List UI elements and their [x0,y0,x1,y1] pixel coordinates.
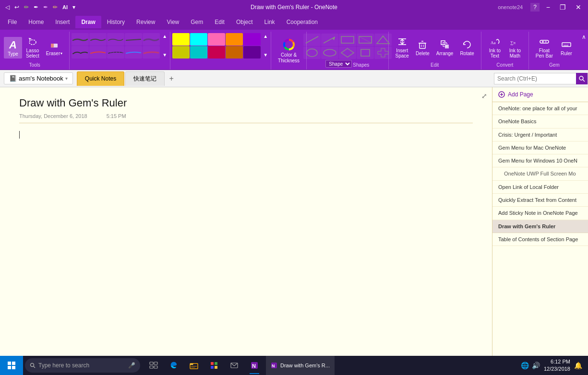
ruler-btn[interactable]: Ruler [557,37,576,58]
type-btn[interactable]: A Type [4,37,22,59]
pen-btn-3[interactable]: ✒ [42,3,49,12]
ink-to-math-btn[interactable]: ∑π Ink toMath [505,35,525,60]
section-tab-quick-notes[interactable]: Quick Notes [77,71,124,86]
page-item-toc[interactable]: Table of Contents of Section Page [492,233,588,246]
tab-object[interactable]: Object [230,16,259,28]
notebook-selector[interactable]: 📓 asm's Notebook ▾ [4,72,73,84]
highlight-7[interactable] [190,46,207,59]
tab-file[interactable]: File [2,16,23,28]
pen-scroll-down[interactable]: ▼ [161,51,168,59]
page-item-gem-win[interactable]: Gem Menu for Windows 10 OneN [492,154,588,167]
pen-stroke-2[interactable] [89,33,107,46]
shape-rect[interactable] [339,34,356,46]
tab-home[interactable]: Home [23,16,49,28]
pen-stroke-4[interactable] [125,33,142,46]
more-btn[interactable]: ▾ [71,3,77,12]
section-tab-cn[interactable]: 快速笔记 [125,71,165,86]
highlight-4[interactable] [226,33,243,46]
search-btn[interactable] [576,73,588,84]
pen-stroke-6[interactable] [72,46,89,59]
undo-btn[interactable]: ↩ [13,3,21,12]
pen-stroke-10[interactable] [143,46,160,59]
taskbar-onenote[interactable]: N [245,356,264,375]
close-btn[interactable]: ✕ [573,2,584,12]
minimize-btn[interactable]: − [543,2,553,12]
arrange-btn[interactable]: Arrange [433,37,456,58]
speaker-icon[interactable]: 🔊 [532,362,540,369]
eraser-btn[interactable]: Eraser ▾ [43,37,65,58]
shape-diamond[interactable] [339,47,356,59]
tab-link[interactable]: Link [259,16,281,28]
page-item-onenote-place[interactable]: OneNote: one place for all of your [492,102,588,115]
highlight-1[interactable] [172,33,190,46]
pen-stroke-1[interactable] [72,33,89,46]
tab-history[interactable]: History [101,16,131,28]
tab-gem[interactable]: Gem [185,16,209,28]
active-app-taskbar[interactable]: N Draw with Gem's R... [266,356,335,375]
search-input[interactable] [494,75,576,82]
pen-stroke-9[interactable] [125,46,142,59]
tab-insert[interactable]: Insert [49,16,75,28]
notification-icon[interactable]: 🔔 [574,362,582,369]
page-item-crisis[interactable]: Crisis: Urgent / Important [492,129,588,141]
shape-circle[interactable] [303,47,321,59]
page-item-gem-ruler[interactable]: Draw with Gem's Ruler [492,220,588,233]
pen-stroke-3[interactable] [107,33,124,46]
shape-type-select[interactable]: Shape [325,60,352,68]
ink-to-text-btn[interactable]: Aa Ink toText [485,35,504,60]
page-item-uwp[interactable]: OneNote UWP Full Screen Mo [492,167,588,180]
taskbar-search[interactable]: Type here to search 🎤 [25,358,140,373]
ai-btn[interactable]: AI [61,3,69,11]
insert-space-btn[interactable]: InsertSpace [393,35,412,60]
tab-cooperation[interactable]: Cooperation [281,16,324,28]
taskbar-store[interactable] [204,356,224,375]
highlight-10[interactable] [243,46,261,59]
pen-btn-2[interactable]: ✒ [32,3,40,12]
taskbar-task-view[interactable] [144,356,163,375]
page-item-extract-text[interactable]: Quickly Extract Text from Content [492,194,588,207]
tab-review[interactable]: Review [131,16,161,28]
highlight-2[interactable] [190,33,207,46]
highlight-scroll-down[interactable]: ▼ [262,51,269,59]
page-item-basics[interactable]: OneNote Basics [492,115,588,128]
network-icon[interactable]: 🌐 [521,362,529,369]
shape-ellipse[interactable] [321,47,338,59]
pen-stroke-8[interactable] [107,46,124,59]
ribbon-collapse-btn[interactable]: ∧ [580,32,588,70]
shape-line-1[interactable] [303,34,321,46]
highlight-8[interactable] [208,46,225,59]
tab-edit[interactable]: Edit [209,16,230,28]
note-content[interactable]: ⤢ Draw with Gem's Ruler Thursday, Decemb… [0,87,492,358]
shape-arrow[interactable] [321,34,338,46]
taskbar-file-explorer[interactable] [184,356,204,375]
highlight-6[interactable] [172,46,190,59]
back-btn[interactable]: ◁ [4,3,11,12]
help-icon[interactable]: ? [530,3,540,12]
color-thickness-btn[interactable]: Color &Thickness [275,36,302,66]
pen-btn-4[interactable]: ✏ [51,3,59,12]
taskbar-edge[interactable] [164,356,183,375]
add-section-btn[interactable]: + [166,73,177,84]
page-item-sticky-note[interactable]: Add Sticky Note in OneNote Page [492,207,588,220]
shape-rect-filled[interactable] [357,34,374,46]
eraser-dropdown[interactable]: Eraser ▾ [46,51,62,56]
pen-scroll-up[interactable]: ▲ [161,33,168,40]
highlight-scroll-up[interactable]: ▲ [262,33,269,40]
pen-stroke-7[interactable] [89,46,107,59]
note-body[interactable] [19,131,473,227]
page-item-open-link[interactable]: Open Link of Local Folder [492,181,588,194]
highlight-9[interactable] [226,46,243,59]
pen-btn-1[interactable]: ✏ [23,3,30,12]
taskbar-clock[interactable]: 6:12 PM 12/23/2018 [544,358,570,373]
expand-btn[interactable]: ⤢ [481,92,487,100]
lasso-select-btn[interactable]: LassoSelect [23,35,42,60]
restore-btn[interactable]: ❐ [557,2,569,12]
start-btn[interactable] [0,356,23,375]
page-item-gem-mac[interactable]: Gem Menu for Mac OneNote [492,141,588,154]
rotate-btn[interactable]: Rotate [457,37,477,58]
taskbar-mail[interactable] [225,356,244,375]
shape-parallelogram[interactable] [357,47,374,59]
taskbar-mic-icon[interactable]: 🎤 [128,362,135,369]
highlight-3[interactable] [208,33,225,46]
highlight-5[interactable] [243,33,261,46]
